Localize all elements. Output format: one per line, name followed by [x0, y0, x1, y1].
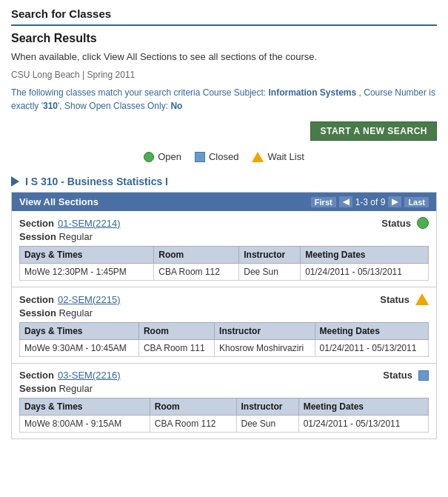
section-block: Section02-SEM(2215)StatusSession Regular… — [12, 287, 436, 364]
table-header: Instructor — [239, 247, 301, 264]
table-cell: 01/24/2011 - 05/13/2011 — [301, 264, 429, 281]
status-label: Status — [383, 370, 412, 381]
results-table-wrapper: View All Sections First ◀ 1-3 of 9 ▶ Las… — [11, 192, 437, 439]
legend-open-label: Open — [158, 151, 181, 162]
session-row: Session Regular — [19, 383, 429, 394]
section-label: Section — [19, 294, 54, 305]
section-heading: Search Results — [11, 32, 437, 45]
next-page-button[interactable]: ▶ — [388, 196, 401, 207]
session-value: Regular — [58, 231, 93, 242]
legend-waitlist-label: Wait List — [267, 151, 304, 162]
new-search-row: START A NEW SEARCH — [11, 121, 437, 141]
page-container: Search for Classes Search Results When a… — [0, 0, 448, 454]
table-cell: MoWe 12:30PM - 1:45PM — [20, 264, 154, 281]
table-cell: Dee Sun — [239, 264, 301, 281]
criteria-suffix: ', Show Open Classes Only: — [58, 101, 168, 111]
table-cell: CBA Room 112 — [154, 264, 239, 281]
legend-row: Open Closed Wait List — [11, 148, 437, 165]
status-label: Status — [381, 218, 411, 229]
criteria-number: 310 — [43, 101, 58, 111]
session-value: Regular — [58, 383, 93, 394]
criteria-text: The following classes match your search … — [11, 86, 437, 113]
table-header: Days & Times — [20, 247, 154, 264]
table-cell: MoWe 8:00AM - 9:15AM — [20, 416, 150, 433]
pagination-range: 1-3 of 9 — [355, 197, 386, 207]
closed-icon — [195, 152, 205, 162]
section-link[interactable]: 01-SEM(2214) — [58, 218, 121, 229]
table-cell: CBA Room 112 — [150, 416, 236, 433]
section-row: Section01-SEM(2214)Status — [19, 217, 429, 229]
table-header: Instructor — [236, 398, 298, 416]
table-header: Days & Times — [20, 398, 150, 416]
section-data-table: Days & TimesRoomInstructorMeeting DatesM… — [19, 246, 429, 281]
results-header: View All Sections First ◀ 1-3 of 9 ▶ Las… — [12, 193, 436, 211]
legend-closed-label: Closed — [209, 151, 238, 162]
sections-container: Section01-SEM(2214)StatusSession Regular… — [12, 211, 436, 438]
table-cell: Khosrow Moshirvaziri — [215, 340, 315, 357]
section-link[interactable]: 02-SEM(2215) — [58, 294, 121, 305]
status-waitlist-icon — [415, 293, 429, 305]
open-icon — [144, 152, 154, 162]
section-block: Section03-SEM(2216)StatusSession Regular… — [12, 364, 436, 438]
criteria-prefix: The following classes match your search … — [11, 87, 266, 98]
status-label: Status — [380, 294, 409, 305]
section-data-table: Days & TimesRoomInstructorMeeting DatesM… — [19, 398, 429, 433]
table-row: MoWe 8:00AM - 9:15AMCBA Room 112Dee Sun0… — [20, 416, 429, 433]
criteria-show-open: No — [170, 101, 182, 111]
section-label: Section — [19, 218, 54, 229]
table-cell: CBA Room 111 — [138, 340, 214, 357]
table-header: Room — [154, 247, 239, 264]
section-row: Section02-SEM(2215)Status — [19, 293, 429, 305]
table-cell: 01/24/2011 - 05/13/2011 — [315, 340, 428, 357]
status-open-icon — [417, 217, 429, 229]
status-closed-icon — [418, 370, 429, 381]
page-title: Search for Classes — [11, 7, 437, 26]
session-label-text: Session — [19, 231, 58, 242]
table-header: Room — [138, 323, 214, 340]
session-row: Session Regular — [19, 307, 429, 318]
table-header: Days & Times — [20, 323, 139, 340]
table-cell: Dee Sun — [236, 416, 298, 433]
table-header: Meeting Dates — [298, 398, 428, 416]
course-title: I S 310 - Business Statistics I — [25, 176, 168, 187]
table-header: Meeting Dates — [315, 323, 428, 340]
section-label: Section — [19, 370, 54, 381]
table-header: Room — [150, 398, 236, 416]
pagination-controls: First ◀ 1-3 of 9 ▶ Last — [311, 196, 429, 207]
new-search-button[interactable]: START A NEW SEARCH — [310, 121, 437, 141]
table-cell: 01/24/2011 - 05/13/2011 — [298, 416, 428, 433]
section-link[interactable]: 03-SEM(2216) — [58, 370, 121, 381]
legend-closed: Closed — [195, 151, 238, 162]
legend-waitlist: Wait List — [252, 151, 304, 162]
table-row: MoWe 12:30PM - 1:45PMCBA Room 112Dee Sun… — [20, 264, 429, 281]
session-row: Session Regular — [19, 231, 429, 242]
table-row: MoWe 9:30AM - 10:45AMCBA Room 111Khosrow… — [20, 340, 429, 357]
first-page-button[interactable]: First — [311, 197, 336, 207]
section-block: Section01-SEM(2214)StatusSession Regular… — [12, 211, 436, 287]
waitlist-icon — [252, 152, 264, 162]
section-row: Section03-SEM(2216)Status — [19, 370, 429, 381]
institution-text: CSU Long Beach | Spring 2011 — [11, 70, 437, 80]
criteria-subject: Information Systems — [269, 87, 357, 98]
last-page-button[interactable]: Last — [404, 197, 429, 207]
table-header: Meeting Dates — [301, 247, 429, 264]
section-data-table: Days & TimesRoomInstructorMeeting DatesM… — [19, 322, 429, 357]
course-expand-icon[interactable] — [11, 176, 19, 187]
session-value: Regular — [58, 307, 93, 318]
instruction-text: When available, click View All Sections … — [11, 51, 437, 62]
session-label-text: Session — [19, 383, 58, 394]
course-header: I S 310 - Business Statistics I — [11, 176, 437, 187]
course-separator: - — [61, 176, 67, 187]
prev-page-button[interactable]: ◀ — [339, 196, 352, 207]
session-label-text: Session — [19, 307, 58, 318]
view-all-sections[interactable]: View All Sections — [19, 196, 98, 207]
table-header: Instructor — [215, 323, 315, 340]
table-cell: MoWe 9:30AM - 10:45AM — [20, 340, 139, 357]
legend-open: Open — [144, 151, 181, 162]
